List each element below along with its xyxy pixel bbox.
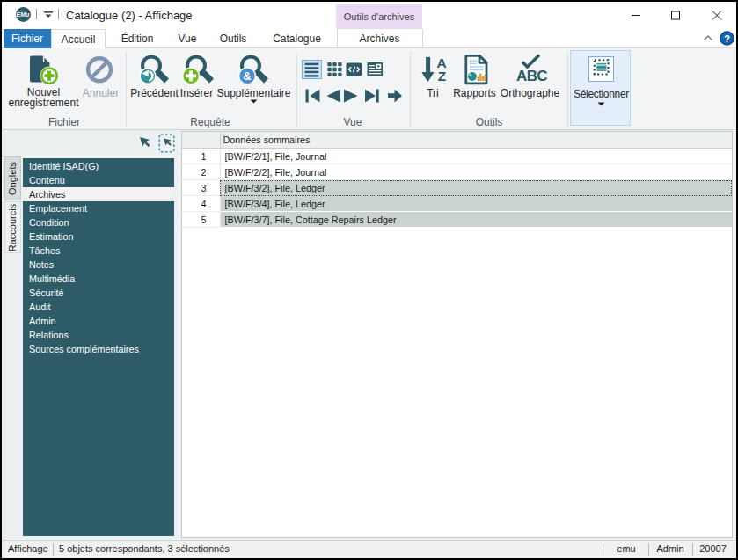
svg-text:&: & — [243, 69, 251, 83]
svg-text:Z: Z — [438, 69, 447, 84]
svg-text:ABC: ABC — [516, 68, 547, 84]
svg-text:?: ? — [724, 33, 730, 44]
